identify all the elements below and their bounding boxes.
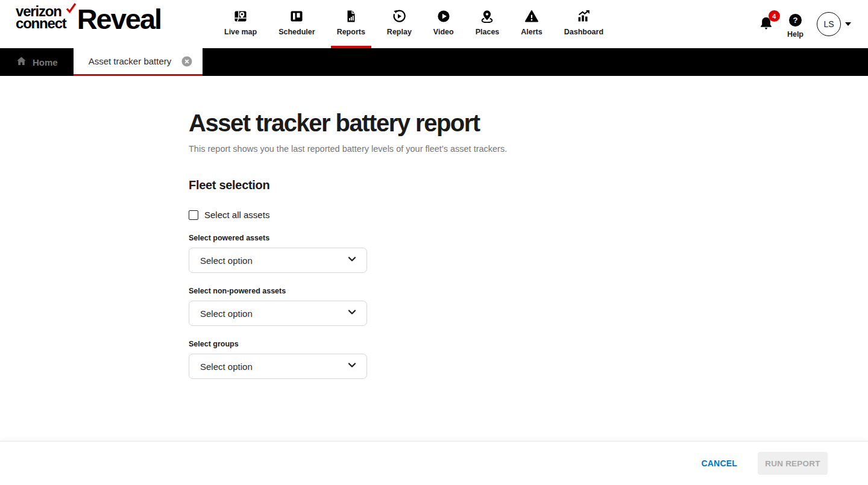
home-icon xyxy=(16,55,27,69)
chevron-down-icon xyxy=(845,22,851,26)
bell-icon xyxy=(758,23,774,33)
reports-icon xyxy=(344,9,358,23)
chevron-down-icon xyxy=(347,254,357,266)
tab-asset-tracker-battery[interactable]: Asset tracker battery xyxy=(74,48,203,76)
select-groups-label: Select groups xyxy=(189,340,367,348)
notification-count-badge: 4 xyxy=(769,10,780,22)
select-value: Select option xyxy=(200,308,253,319)
nav-item-alerts[interactable]: Alerts xyxy=(515,0,548,48)
select-powered-assets-dropdown[interactable]: Select option xyxy=(189,248,367,273)
chevron-down-icon xyxy=(347,360,357,372)
avatar: LS xyxy=(817,12,841,36)
header-right-cluster: 4 ? Help LS xyxy=(758,0,851,48)
live-map-icon xyxy=(233,9,248,23)
page-description: This report shows you the last reported … xyxy=(189,144,868,154)
select-groups-dropdown[interactable]: Select option xyxy=(189,354,367,379)
nav-item-label: Places xyxy=(476,28,500,36)
action-bar: CANCEL RUN REPORT xyxy=(0,442,868,485)
scheduler-icon xyxy=(289,9,304,23)
breadcrumb-tab-bar: Home Asset tracker battery xyxy=(0,48,868,76)
select-non-powered-assets-dropdown[interactable]: Select option xyxy=(189,301,367,326)
groups-field: Select groups Select option xyxy=(189,340,367,379)
replay-icon xyxy=(392,9,406,23)
tab-label: Asset tracker battery xyxy=(89,56,172,66)
non-powered-assets-field: Select non-powered assets Select option xyxy=(189,287,367,326)
nav-item-dashboard[interactable]: Dashboard xyxy=(558,0,609,48)
nav-item-label: Alerts xyxy=(521,28,542,36)
notifications-button[interactable]: 4 xyxy=(758,16,774,34)
nav-item-live-map[interactable]: Live map xyxy=(218,0,263,48)
places-icon xyxy=(480,9,494,23)
nav-item-places[interactable]: Places xyxy=(470,0,506,48)
verizon-connect-reveal-logo[interactable]: verizon connect Reveal xyxy=(16,5,161,30)
help-label: Help xyxy=(787,30,804,39)
run-report-button[interactable]: RUN REPORT xyxy=(758,452,828,475)
nav-item-label: Reports xyxy=(337,28,365,36)
select-all-assets-row[interactable]: Select all assets xyxy=(189,210,269,220)
select-value: Select option xyxy=(200,361,253,372)
dashboard-icon xyxy=(576,9,591,23)
nav-item-video[interactable]: Video xyxy=(427,0,460,48)
cancel-button[interactable]: CANCEL xyxy=(701,458,737,468)
nav-item-label: Replay xyxy=(387,28,412,36)
select-non-powered-assets-label: Select non-powered assets xyxy=(189,287,367,295)
home-label: Home xyxy=(33,57,58,67)
reveal-wordmark: Reveal xyxy=(77,7,162,31)
logo-line2: connect xyxy=(16,17,66,30)
video-icon xyxy=(436,9,451,23)
select-all-assets-checkbox[interactable] xyxy=(189,210,198,220)
nav-item-label: Video xyxy=(433,28,454,36)
top-header: verizon connect Reveal Live map Schedule… xyxy=(0,0,868,48)
nav-item-label: Scheduler xyxy=(278,28,315,36)
page-title: Asset tracker battery report xyxy=(189,110,868,136)
nav-item-scheduler[interactable]: Scheduler xyxy=(272,0,321,48)
select-all-assets-label: Select all assets xyxy=(204,210,269,220)
verizon-check-icon xyxy=(66,3,77,15)
close-tab-icon[interactable] xyxy=(181,56,192,67)
help-button[interactable]: ? Help xyxy=(787,14,804,39)
nav-item-replay[interactable]: Replay xyxy=(381,0,418,48)
select-value: Select option xyxy=(200,255,253,266)
alerts-icon xyxy=(524,9,539,23)
nav-item-label: Dashboard xyxy=(564,28,603,36)
nav-item-reports[interactable]: Reports xyxy=(331,0,371,48)
report-config-panel: Asset tracker battery report This report… xyxy=(0,76,868,379)
user-menu[interactable]: LS xyxy=(817,12,851,36)
select-powered-assets-label: Select powered assets xyxy=(189,234,367,242)
home-breadcrumb[interactable]: Home xyxy=(0,48,74,76)
powered-assets-field: Select powered assets Select option xyxy=(189,234,367,273)
chevron-down-icon xyxy=(347,307,357,319)
help-icon: ? xyxy=(789,14,802,27)
verizon-connect-wordmark: verizon connect xyxy=(16,5,66,30)
fleet-selection-heading: Fleet selection xyxy=(189,178,868,192)
main-nav: Live map Scheduler Reports Replay Video xyxy=(218,0,609,48)
nav-item-label: Live map xyxy=(224,28,257,36)
